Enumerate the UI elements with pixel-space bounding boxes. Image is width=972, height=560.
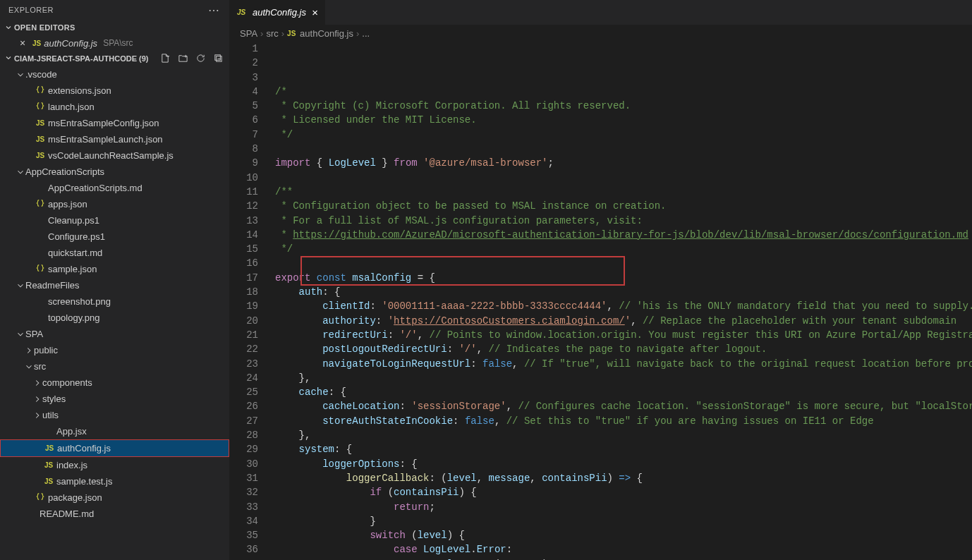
code-line[interactable]: storeAuthStateInCookie: false, // Set th… [275, 414, 972, 428]
file-topology.png[interactable]: topology.png [0, 310, 229, 326]
chevron-down-icon [16, 329, 25, 339]
line-number: 9 [230, 156, 258, 170]
code-area[interactable]: 1234567891011121314151617181920212223242… [230, 42, 972, 560]
code-line[interactable]: loggerCallback: (level, message, contain… [275, 471, 972, 485]
open-editor-path: SPA\src [103, 38, 133, 48]
code-line[interactable]: auth: { [275, 285, 972, 299]
line-number: 33 [230, 500, 258, 514]
breadcrumb-item[interactable]: ... [362, 28, 370, 39]
code-line[interactable] [275, 256, 972, 270]
code-line[interactable]: loggerOptions: { [275, 457, 972, 471]
chevron-right-icon: › [260, 28, 263, 39]
file-apps.json[interactable]: apps.json [0, 196, 229, 212]
file-screenshot.png[interactable]: screenshot.png [0, 293, 229, 310]
file-appcreationscripts.md[interactable]: AppCreationScripts.md [0, 180, 229, 196]
code-line[interactable]: authority: 'https://ContosoCustomers.cia… [275, 314, 972, 328]
code-line[interactable]: }, [275, 371, 972, 385]
code-line[interactable]: * Copyright (c) Microsoft Corporation. A… [275, 99, 972, 113]
close-icon[interactable]: × [312, 6, 318, 18]
file-extensions.json[interactable]: extensions.json [0, 83, 229, 99]
folder-utils[interactable]: utils [0, 407, 229, 423]
code-content[interactable]: /* * Copyright (c) Microsoft Corporation… [271, 42, 972, 560]
file-package.json[interactable]: package.json [0, 489, 229, 506]
breadcrumbs[interactable]: SPA › src › JS authConfig.js › ... [230, 25, 972, 42]
code-line[interactable]: */ [275, 128, 972, 142]
code-line[interactable]: * Licensed under the MIT License. [275, 113, 972, 127]
line-number: 17 [230, 271, 258, 285]
folder-styles[interactable]: styles [0, 391, 229, 407]
code-line[interactable]: console.error(message); [275, 557, 972, 560]
collapse-all-icon[interactable] [213, 53, 224, 65]
code-line[interactable]: return; [275, 500, 972, 514]
code-line[interactable]: switch (level) { [275, 528, 972, 542]
tab-authconfig[interactable]: JS authConfig.js × [230, 0, 326, 25]
file-authconfig.js[interactable]: JSauthConfig.js [0, 439, 229, 457]
code-line[interactable]: redirectUri: '/', // Points to window.lo… [275, 328, 972, 342]
explorer-more-icon[interactable]: ⋯ [208, 4, 221, 17]
folder-readmefiles[interactable]: ReadmeFiles [0, 277, 229, 293]
tree-item-label: msEntraSampleLaunch.json [48, 134, 163, 145]
code-line[interactable] [275, 142, 972, 156]
tabs-row: JS authConfig.js × [230, 0, 972, 25]
file-msentrasamplelaunch.json[interactable]: JSmsEntraSampleLaunch.json [0, 131, 229, 147]
folder-.vscode[interactable]: .vscode [0, 66, 229, 83]
file-app.jsx[interactable]: App.jsx [0, 423, 229, 439]
close-icon[interactable]: × [20, 37, 30, 49]
code-line[interactable]: * Configuration object to be passed to M… [275, 199, 972, 213]
breadcrumb-item[interactable]: src [266, 28, 278, 39]
code-line[interactable]: * https://github.com/AzureAD/microsoft-a… [275, 228, 972, 242]
file-configure.ps1[interactable]: Configure.ps1 [0, 229, 229, 245]
explorer-title: EXPLORER [8, 6, 54, 14]
code-line[interactable]: cache: { [275, 385, 972, 399]
line-number: 21 [230, 328, 258, 342]
code-line[interactable]: if (containsPii) { [275, 485, 972, 499]
file-cleanup.ps1[interactable]: Cleanup.ps1 [0, 212, 229, 229]
chevron-right-icon: › [281, 28, 284, 39]
file-quickstart.md[interactable]: quickstart.md [0, 245, 229, 261]
info-icon [25, 509, 38, 519]
new-folder-icon[interactable] [178, 53, 188, 65]
code-line[interactable]: navigateToLoginRequestUrl: false, // If … [275, 357, 972, 371]
line-number: 29 [230, 442, 258, 456]
tree-item-label: App.jsx [56, 426, 87, 437]
ps1-icon [34, 231, 47, 242]
svg-rect-0 [215, 54, 221, 60]
breadcrumb-item[interactable]: authConfig.js [300, 28, 353, 39]
code-line[interactable]: /* [275, 85, 972, 99]
file-launch.json[interactable]: launch.json [0, 99, 229, 115]
ps1-icon [34, 215, 47, 226]
code-line[interactable]: /** [275, 185, 972, 199]
tree-item-label: Configure.ps1 [48, 231, 105, 242]
code-line[interactable]: }, [275, 428, 972, 442]
folder-appcreationscripts[interactable]: AppCreationScripts [0, 164, 229, 180]
code-line[interactable]: export const msalConfig = { [275, 271, 972, 285]
code-line[interactable]: */ [275, 242, 972, 256]
file-readme.md[interactable]: README.md [0, 506, 229, 522]
breadcrumb-item[interactable]: SPA [240, 28, 257, 39]
code-line[interactable]: postLogoutRedirectUri: '/', // Indicates… [275, 342, 972, 356]
code-line[interactable]: system: { [275, 442, 972, 456]
folder-spa[interactable]: SPA [0, 326, 229, 342]
line-numbers: 1234567891011121314151617181920212223242… [230, 42, 271, 560]
code-line[interactable]: } [275, 514, 972, 528]
code-line[interactable] [275, 171, 972, 185]
code-line[interactable]: * For a full list of MSAL.js configurati… [275, 214, 972, 228]
folder-src[interactable]: src [0, 358, 229, 375]
file-msentrasampleconfig.json[interactable]: JSmsEntraSampleConfig.json [0, 115, 229, 131]
code-line[interactable]: import { LogLevel } from '@azure/msal-br… [275, 156, 972, 170]
file-vscodelaunchreactsample.js[interactable]: JSvsCodeLaunchReactSample.js [0, 147, 229, 164]
file-index.js[interactable]: JSindex.js [0, 457, 229, 473]
open-editors-header[interactable]: OPEN EDITORS [0, 20, 229, 35]
file-sample.json[interactable]: sample.json [0, 261, 229, 277]
new-file-icon[interactable] [160, 53, 171, 65]
chevron-down-icon [4, 23, 14, 32]
code-line[interactable]: clientId: '00001111-aaaa-2222-bbbb-3333c… [275, 299, 972, 313]
folder-components[interactable]: components [0, 375, 229, 391]
folder-public[interactable]: public [0, 342, 229, 358]
file-sample.test.js[interactable]: JSsample.test.js [0, 473, 229, 489]
project-header[interactable]: CIAM-JSREACT-SPA-AUTHCODE (9) [0, 51, 229, 66]
code-line[interactable]: case LogLevel.Error: [275, 542, 972, 556]
code-line[interactable]: cacheLocation: 'sessionStorage', // Conf… [275, 399, 972, 413]
refresh-icon[interactable] [195, 53, 206, 65]
open-editor-item[interactable]: × JS authConfig.js SPA\src [0, 35, 229, 51]
